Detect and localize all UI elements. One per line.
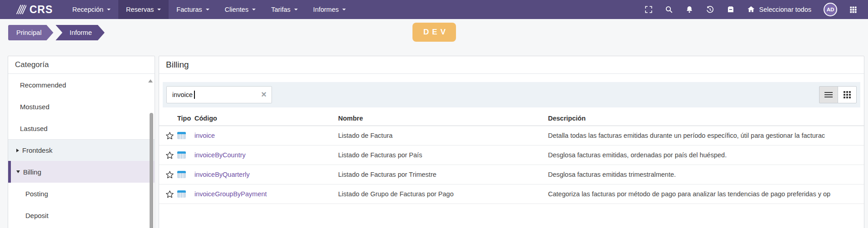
column-header-codigo: Código xyxy=(194,115,338,122)
favorite-star-icon[interactable] xyxy=(162,190,177,199)
menu-item-informes[interactable]: Informes xyxy=(305,0,354,19)
favorite-star-icon[interactable] xyxy=(162,131,177,140)
fullscreen-icon[interactable] xyxy=(645,5,653,14)
clear-search-icon[interactable]: × xyxy=(258,88,270,100)
bell-icon[interactable] xyxy=(685,5,693,14)
category-list: Recommended Mostused Lastused Frontdesk … xyxy=(8,74,155,226)
search-input[interactable] xyxy=(166,86,272,103)
report-table-icon xyxy=(177,171,186,178)
report-name: Listado de Factura xyxy=(338,132,548,139)
text-cursor xyxy=(194,91,195,99)
list-view-button[interactable] xyxy=(819,86,838,103)
report-link[interactable]: invoiceByCountry xyxy=(194,151,338,159)
apps-grid-icon[interactable] xyxy=(849,6,857,14)
grid-view-icon xyxy=(844,91,851,99)
view-toggle xyxy=(819,86,857,103)
report-link[interactable]: invoiceGroupByPayment xyxy=(194,190,338,198)
sidebar-item-posting[interactable]: Posting xyxy=(8,183,155,204)
column-header-tipo: Tipo xyxy=(177,115,194,122)
table-row: invoiceByCountry Listado de Facturas por… xyxy=(159,146,864,165)
report-name: Listado de Grupo de Facturas por Pago xyxy=(338,190,548,198)
navbar-actions: Seleccionar todos AD xyxy=(645,0,868,19)
table-row: invoice Listado de Factura Detalla todas… xyxy=(159,126,864,146)
caret-down-icon xyxy=(16,170,20,173)
menu-item-recepcion[interactable]: Recepción xyxy=(65,0,119,19)
report-description: Detalla todas las facturas emitidas dura… xyxy=(548,132,864,139)
search-icon[interactable] xyxy=(665,5,673,14)
category-panel: Categoría Recommended Mostused Lastused … xyxy=(8,56,155,228)
sidebar-item-billing[interactable]: Billing xyxy=(8,161,155,183)
logo-text: CRS xyxy=(29,4,53,16)
breadcrumb: Principal Informe xyxy=(8,25,105,40)
environment-badge: DEV xyxy=(412,23,456,42)
report-link[interactable]: invoiceByQuarterly xyxy=(194,171,338,178)
reports-panel: Billing × Tipo Código Nombre Descripción xyxy=(159,56,864,228)
grid-view-button[interactable] xyxy=(838,86,857,103)
column-header-descripcion: Descripción xyxy=(548,115,864,122)
logo-stripes-icon xyxy=(15,4,26,15)
reports-toolbar: × xyxy=(163,82,860,107)
favorite-star-icon[interactable] xyxy=(162,151,177,160)
app-logo[interactable]: CRS xyxy=(0,0,59,19)
main-menu: Recepción Reservas Facturas Clientes Tar… xyxy=(65,0,354,19)
report-link[interactable]: invoice xyxy=(194,132,338,139)
select-all-action[interactable]: Seleccionar todos xyxy=(747,5,811,15)
column-header-nombre: Nombre xyxy=(338,115,548,122)
breadcrumb-bar: Principal Informe DEV xyxy=(0,19,868,45)
caret-right-icon xyxy=(16,149,19,152)
report-table-icon xyxy=(177,132,186,139)
sidebar-item-recommended[interactable]: Recommended xyxy=(8,74,155,96)
table-row: invoiceByQuarterly Listado de Facturas p… xyxy=(159,165,864,184)
list-view-icon xyxy=(824,92,833,98)
report-name: Listado de Facturas por País xyxy=(338,151,548,159)
breadcrumb-item-principal[interactable]: Principal xyxy=(8,25,53,40)
report-description: Desglosa facturas emitidas trimestralmen… xyxy=(548,171,864,178)
report-description: Desglosa facturas emitidas, ordenadas po… xyxy=(548,151,864,159)
chevron-down-icon xyxy=(294,9,298,10)
report-table-icon xyxy=(177,151,186,159)
search-box: × xyxy=(166,86,272,103)
menu-item-facturas[interactable]: Facturas xyxy=(169,0,217,19)
table-header-row: Tipo Código Nombre Descripción xyxy=(159,111,864,126)
chevron-down-icon xyxy=(342,9,346,10)
report-name: Listado de Facturas por Trimestre xyxy=(338,171,548,178)
sidebar-item-frontdesk[interactable]: Frontdesk xyxy=(8,139,155,161)
category-panel-title: Categoría xyxy=(8,56,155,74)
chevron-down-icon xyxy=(206,9,209,10)
menu-item-reservas[interactable]: Reservas xyxy=(118,0,169,19)
sidebar-scrollbar-thumb[interactable] xyxy=(150,113,153,228)
favorite-star-icon[interactable] xyxy=(162,170,177,179)
home-icon xyxy=(747,5,755,15)
sidebar-item-mostused[interactable]: Mostused xyxy=(8,96,155,117)
inbox-icon[interactable] xyxy=(727,5,735,14)
chevron-down-icon xyxy=(252,9,256,10)
history-icon[interactable] xyxy=(706,5,714,14)
menu-item-clientes[interactable]: Clientes xyxy=(217,0,263,19)
breadcrumb-item-informe[interactable]: Informe xyxy=(56,25,105,40)
sidebar-item-deposit[interactable]: Deposit xyxy=(8,204,155,226)
menu-item-tarifas[interactable]: Tarifas xyxy=(263,0,305,19)
sidebar-item-lastused[interactable]: Lastused xyxy=(8,117,155,139)
report-table-icon xyxy=(177,190,186,198)
report-description: Categoriza las facturas por método de pa… xyxy=(548,190,864,198)
scroll-up-arrow-icon[interactable] xyxy=(148,79,153,82)
chevron-down-icon xyxy=(107,9,111,10)
page-title: Billing xyxy=(159,56,864,74)
reports-table: Tipo Código Nombre Descripción invoice L… xyxy=(159,111,864,204)
chevron-down-icon xyxy=(157,9,161,10)
top-navbar: CRS Recepción Reservas Facturas Clientes… xyxy=(0,0,868,19)
table-row: invoiceGroupByPayment Listado de Grupo d… xyxy=(159,184,864,204)
user-avatar[interactable]: AD xyxy=(824,3,837,16)
